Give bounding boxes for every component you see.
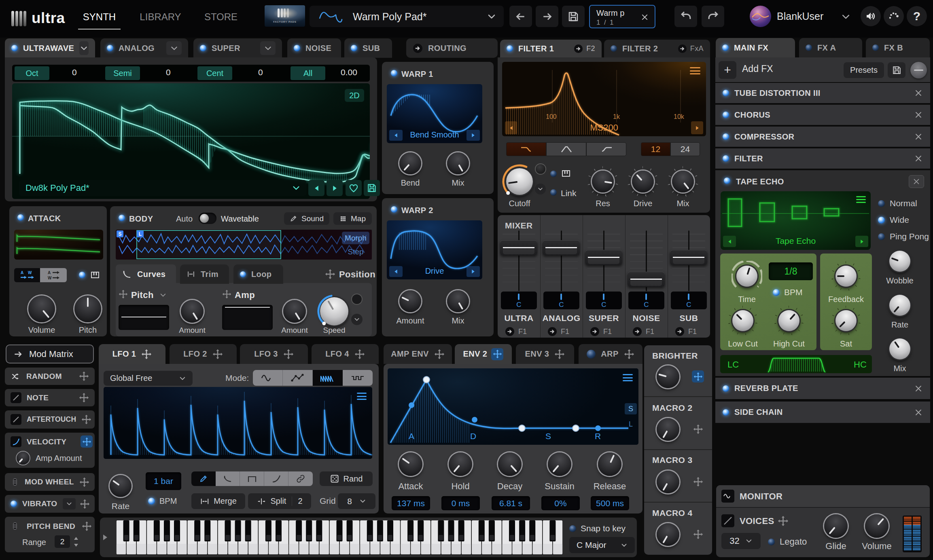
svg-text:W: W	[48, 276, 52, 280]
svg-text:A: A	[21, 270, 23, 275]
svg-text:100: 100	[546, 113, 557, 120]
svg-text:D: D	[470, 431, 476, 441]
svg-text:HC: HC	[854, 359, 867, 370]
svg-text:10k: 10k	[674, 113, 685, 120]
svg-text:A: A	[48, 270, 51, 275]
svg-text:LC: LC	[727, 359, 739, 370]
svg-text:A: A	[409, 431, 414, 441]
svg-text:1k: 1k	[613, 113, 620, 120]
svg-text:R: R	[595, 431, 601, 441]
svg-text:W: W	[28, 270, 32, 275]
svg-text:S: S	[545, 431, 551, 441]
